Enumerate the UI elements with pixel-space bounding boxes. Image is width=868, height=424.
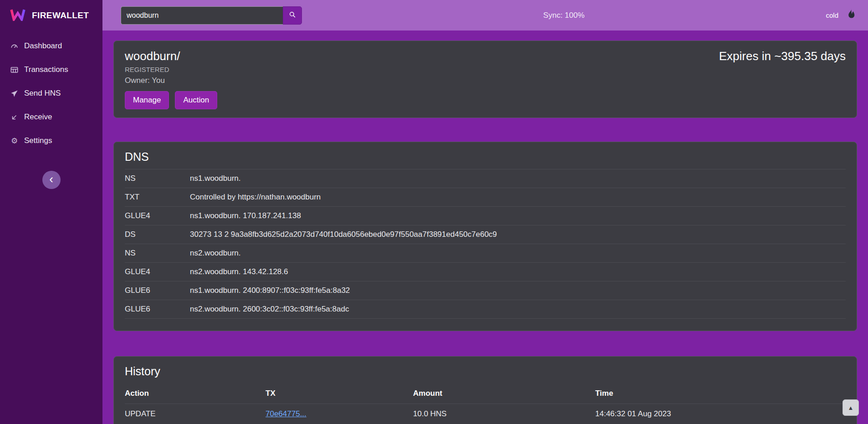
dns-record-row: GLUE4 ns2.woodburn. 143.42.128.6 [125,263,846,281]
sidebar-collapse-button[interactable]: ‹ [42,171,61,189]
dns-record-value: ns1.woodburn. 170.187.241.138 [190,207,846,225]
dns-record-type: NS [125,169,190,188]
main-content: woodburn/ Expires in ~395.35 days REGIST… [102,31,868,424]
dns-table: NS ns1.woodburn. TXT Controlled by https… [125,169,846,319]
sidebar-item-receive[interactable]: Receive [0,105,102,129]
history-col-amount: Amount [413,383,595,404]
sidebar-item-transactions[interactable]: Transactions [0,58,102,82]
dns-table-body: NS ns1.woodburn. TXT Controlled by https… [125,169,846,319]
dns-record-row: GLUE4 ns1.woodburn. 170.187.241.138 [125,207,846,225]
app-brand: FIREWALLET [0,0,102,31]
scroll-to-top-button[interactable]: ▲ [842,399,859,416]
history-col-time: Time [595,383,846,404]
firewallet-logo-icon [9,8,26,23]
receive-icon [10,113,19,122]
history-col-tx: TX [266,383,413,404]
history-card: History Action TX Amount Time UPDATE 70e… [113,356,857,424]
sidebar: FIREWALLET Dashboard Transactions Send H… [0,0,102,424]
dns-record-row: GLUE6 ns2.woodburn. 2600:3c02::f03c:93ff… [125,300,846,319]
wallet-status: cold [826,7,859,24]
tx-link[interactable]: 70e64775... [266,409,306,418]
sidebar-nav: Dashboard Transactions Send HNS Receive … [0,31,102,153]
history-row: UPDATE 70e64775... 10.0 HNS 14:46:32 01 … [125,404,846,424]
dns-record-type: GLUE6 [125,281,190,300]
dns-record-row: NS ns1.woodburn. [125,169,846,188]
search-input[interactable] [121,6,283,25]
sidebar-item-label: Dashboard [24,41,62,51]
sidebar-item-label: Transactions [24,65,68,74]
send-icon [10,89,19,98]
history-table-body: UPDATE 70e64775... 10.0 HNS 14:46:32 01 … [125,404,846,424]
dns-record-value: ns1.woodburn. [190,169,846,188]
chevron-left-icon: ‹ [49,172,53,186]
dns-record-type: NS [125,244,190,263]
dns-record-value: ns2.woodburn. [190,244,846,263]
search-group [121,6,302,25]
app-title: FIREWALLET [32,10,89,20]
sidebar-item-send-hns[interactable]: Send HNS [0,82,102,105]
dns-record-type: GLUE4 [125,207,190,225]
sidebar-item-label: Receive [24,112,52,122]
history-amount: 10.0 HNS [413,404,595,424]
dns-record-type: TXT [125,188,190,207]
history-table: Action TX Amount Time UPDATE 70e64775...… [125,383,846,424]
search-icon [288,10,296,20]
sidebar-item-label: Settings [24,136,52,145]
dns-card: DNS NS ns1.woodburn. TXT Controlled by h… [113,142,857,331]
domain-card: woodburn/ Expires in ~395.35 days REGIST… [113,41,857,118]
domain-name: woodburn/ [125,49,180,63]
auction-button[interactable]: Auction [175,91,217,109]
dns-record-value: Controlled by https://nathan.woodburn [190,188,846,207]
history-table-header: Action TX Amount Time [125,383,846,404]
history-section-title: History [125,365,846,378]
sidebar-item-settings[interactable]: ⚙ Settings [0,129,102,153]
sidebar-item-label: Send HNS [24,89,61,98]
dns-record-value: ns2.woodburn. 2600:3c02::f03c:93ff:fe5a:… [190,300,846,319]
dns-record-value: ns1.woodburn. 2400:8907::f03c:93ff:fe5a:… [190,281,846,300]
domain-owner: Owner: You [125,76,846,85]
wallet-mode-label: cold [826,11,838,19]
topbar: Sync: 100% cold [102,0,868,31]
dns-record-row: GLUE6 ns1.woodburn. 2400:8907::f03c:93ff… [125,281,846,300]
dns-record-type: GLUE6 [125,300,190,319]
dns-record-type: DS [125,225,190,244]
history-time: 14:46:32 01 Aug 2023 [595,404,846,424]
dns-record-value: ns2.woodburn. 143.42.128.6 [190,263,846,281]
dashboard-icon [10,42,19,51]
dns-record-type: GLUE4 [125,263,190,281]
dns-record-row: NS ns2.woodburn. [125,244,846,263]
manage-button[interactable]: Manage [125,91,169,109]
search-button[interactable] [283,6,302,25]
dns-record-row: DS 30273 13 2 9a3a8fb3d625d2a2073d740f10… [125,225,846,244]
gear-icon: ⚙ [10,137,19,145]
dns-record-row: TXT Controlled by https://nathan.woodbur… [125,188,846,207]
caret-up-icon: ▲ [848,404,854,411]
history-action: UPDATE [125,404,266,424]
flame-icon [842,7,859,24]
history-col-action: Action [125,383,266,404]
domain-status-badge: REGISTERED [125,66,846,73]
table-icon [10,66,19,74]
sidebar-item-dashboard[interactable]: Dashboard [0,34,102,58]
sync-status: Sync: 100% [543,11,585,20]
dns-section-title: DNS [125,150,846,163]
domain-expiry: Expires in ~395.35 days [719,49,846,63]
dns-record-value: 30273 13 2 9a3a8fb3d625d2a2073d740f10da6… [190,225,846,244]
